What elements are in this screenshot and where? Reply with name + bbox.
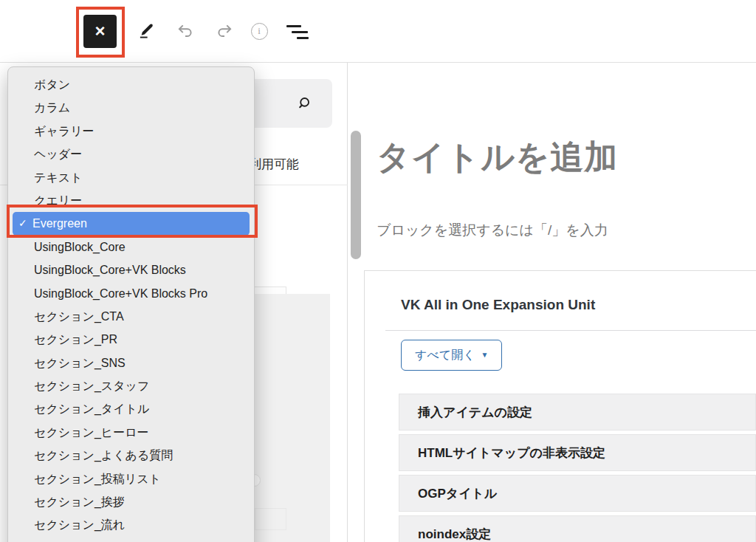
- metabox-title-divider: [385, 330, 756, 331]
- dropdown-item-label: セクション_挨拶: [34, 495, 125, 508]
- info-icon: i: [251, 23, 268, 40]
- dropdown-item-label: セクション_投稿リスト: [34, 473, 161, 485]
- dropdown-item-label: セクション_SNS: [34, 357, 126, 369]
- dropdown-item-label: セクション_タイトル: [34, 402, 149, 415]
- dropdown-menu-item[interactable]: ✓ セクション_ヒーロー: [8, 421, 254, 444]
- pencil-icon: [137, 21, 156, 41]
- dropdown-menu-item[interactable]: ✓ カラム: [8, 96, 254, 119]
- dropdown-item-label: UsingBlock_Core+VK Blocks Pro: [34, 287, 207, 300]
- open-all-button[interactable]: すべて開く ▼: [401, 340, 502, 371]
- post-title-input[interactable]: タイトルを追加: [377, 135, 618, 179]
- accordion-section-header[interactable]: noindex設定: [399, 515, 756, 542]
- dropdown-item-label: UsingBlock_Core+VK Blocks: [34, 264, 186, 276]
- dropdown-menu-item[interactable]: ✓ セクション_挨拶: [8, 490, 254, 513]
- pattern-preview-thumbnail[interactable]: [255, 294, 330, 542]
- dropdown-item-label: セクション_CTA: [34, 310, 124, 323]
- dropdown-menu-item[interactable]: ✓ セクション_投稿リスト: [8, 467, 254, 490]
- metabox-section-list: 挿入アイテムの設定 HTMLサイトマップの非表示設定 OGPタイトル noind…: [399, 394, 756, 542]
- accordion-section-label: OGPタイトル: [418, 485, 497, 502]
- accordion-section-label: HTMLサイトマップの非表示設定: [418, 445, 605, 462]
- dropdown-menu-item[interactable]: ✓ セクション_CTA: [8, 305, 254, 328]
- pattern-preview-card[interactable]: [255, 508, 286, 530]
- dropdown-item-label: クエリー: [34, 194, 82, 207]
- dropdown-item-label: セクション_よくある質問: [34, 449, 173, 462]
- dropdown-menu-item[interactable]: ✓ UsingBlock_Core: [8, 236, 254, 258]
- redo-icon: [215, 21, 234, 41]
- dropdown-item-label: UsingBlock_Core: [34, 241, 126, 253]
- dropdown-item-label: ヘッダー: [34, 148, 82, 160]
- dropdown-item-label: カラム: [34, 101, 70, 114]
- accordion-section-label: 挿入アイテムの設定: [418, 404, 532, 421]
- dropdown-menu-item[interactable]: ✓ セクション_よくある質問: [8, 444, 254, 467]
- available-patterns-label: 利用可能: [249, 156, 299, 173]
- dropdown-menu-item[interactable]: ✓ Evergreen: [13, 212, 250, 235]
- list-view-icon: [286, 24, 307, 41]
- dropdown-item-label: ギャラリー: [34, 125, 94, 137]
- accordion-section-label: noindex設定: [418, 526, 491, 542]
- dropdown-item-label: セクション_流れ: [34, 518, 125, 531]
- chevron-down-icon: ▼: [481, 351, 489, 359]
- dropdown-menu-item[interactable]: ✓ クエリー: [8, 189, 254, 212]
- dropdown-menu-item[interactable]: ✓ ページ_サービス紹介: [8, 537, 254, 542]
- details-button[interactable]: i: [249, 21, 269, 41]
- block-inserter-toggle-button[interactable]: ×: [83, 15, 117, 48]
- dropdown-menu-item[interactable]: ✓ UsingBlock_Core+VK Blocks Pro: [8, 282, 254, 305]
- editor-canvas: タイトルを追加 ブロックを選択するには「/」を入力 VK All in One …: [365, 63, 756, 542]
- metabox-title: VK All in One Expansion Unit: [401, 297, 595, 313]
- undo-button[interactable]: [175, 21, 196, 41]
- pattern-category-dropdown-menu: ✓ ボタン ✓ カラム ✓ ギャラリー ✓ ヘッダー ✓ テキスト ✓ クエリー…: [7, 66, 255, 542]
- checkmark-icon: ✓: [18, 212, 32, 235]
- dropdown-menu-item[interactable]: ✓ UsingBlock_Core+VK Blocks: [8, 258, 254, 281]
- redo-button[interactable]: [214, 21, 235, 41]
- metabox-border: [364, 270, 365, 542]
- accordion-section-header[interactable]: HTMLサイトマップの非表示設定: [399, 434, 756, 471]
- sidebar-scrollbar[interactable]: [351, 131, 361, 259]
- block-placeholder-text[interactable]: ブロックを選択するには「/」を入力: [377, 221, 608, 240]
- dropdown-menu-item[interactable]: ✓ セクション_スタッフ: [8, 374, 254, 397]
- dropdown-item-label: Evergreen: [32, 212, 87, 235]
- undo-icon: [176, 21, 195, 41]
- search-icon: [294, 94, 313, 113]
- dropdown-menu-item[interactable]: ✓ セクション_タイトル: [8, 397, 254, 420]
- dropdown-menu-item[interactable]: ✓ ギャラリー: [8, 120, 254, 143]
- dropdown-menu-item[interactable]: ✓ テキスト: [8, 166, 254, 189]
- accordion-section-header[interactable]: 挿入アイテムの設定: [399, 394, 756, 430]
- edit-mode-button[interactable]: [136, 21, 157, 41]
- dropdown-item-label: テキスト: [34, 171, 83, 184]
- dropdown-item-label: セクション_PR: [34, 333, 117, 346]
- metabox-divider: [364, 270, 756, 271]
- dropdown-item-label: セクション_ヒーロー: [34, 426, 149, 439]
- dropdown-menu-item[interactable]: ✓ ヘッダー: [8, 143, 254, 165]
- dropdown-menu-item[interactable]: ✓ セクション_SNS: [8, 351, 254, 374]
- document-overview-button[interactable]: [286, 22, 307, 43]
- open-all-label: すべて開く: [415, 348, 475, 363]
- dropdown-item-label: セクション_スタッフ: [34, 380, 149, 392]
- dropdown-menu-item[interactable]: ✓ ボタン: [8, 73, 254, 96]
- accordion-section-header[interactable]: OGPタイトル: [399, 475, 756, 512]
- dropdown-menu-item[interactable]: ✓ セクション_PR: [8, 328, 254, 351]
- close-icon: ×: [94, 22, 105, 40]
- dropdown-item-label: ボタン: [34, 78, 70, 91]
- dropdown-menu-item[interactable]: ✓ セクション_流れ: [8, 513, 254, 536]
